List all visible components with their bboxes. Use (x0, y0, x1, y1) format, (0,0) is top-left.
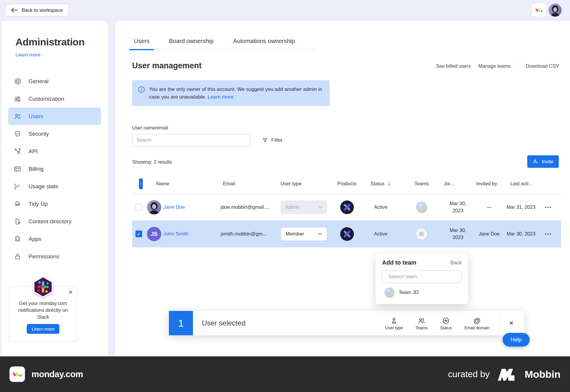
search-field-label: User name/email (132, 125, 168, 131)
sidebar-item-general[interactable]: General (8, 72, 101, 90)
puzzle-icon (14, 235, 21, 243)
admin-sidebar: Administration Learn more General Custom… (1, 21, 108, 356)
info-icon (138, 86, 145, 101)
monday-logo-chip[interactable] (532, 4, 546, 17)
filter-label: Filter (271, 137, 283, 143)
user-name-link[interactable]: John Smith (163, 231, 221, 237)
status-value: Active (362, 231, 399, 237)
sidebar-item-label: Usage stats (28, 183, 58, 190)
user-type-value: Member (286, 231, 304, 237)
action-status[interactable]: Status (440, 316, 452, 330)
curator-name: Mobbin (525, 369, 560, 380)
selected-label: User selected (202, 319, 246, 327)
user-type-select[interactable]: Admin (281, 200, 327, 214)
popup-back-button[interactable]: Back (450, 260, 462, 266)
invited-by-value: Jane Doe (472, 231, 506, 237)
top-bar: Back to workspace (0, 0, 570, 21)
sidebar-item-usage-stats[interactable]: Usage stats (8, 178, 101, 195)
team-avatar[interactable] (416, 202, 427, 213)
column-header-last-active[interactable]: Last acti… (506, 180, 536, 187)
action-label: Teams (415, 325, 428, 330)
row-menu-button[interactable]: ••• (536, 231, 561, 236)
back-arrow-icon (11, 8, 18, 12)
row-menu-button[interactable]: ••• (536, 205, 561, 210)
column-header-products[interactable]: Products (332, 181, 362, 186)
user-type-value: Admin (285, 204, 300, 210)
links-divider (518, 63, 518, 69)
column-header-joined[interactable]: Joi… (444, 181, 472, 186)
main-panel: Users Board ownership Automations owners… (115, 21, 570, 356)
sidebar-item-apps[interactable]: Apps (8, 230, 101, 248)
at-sign-icon: @ (473, 316, 480, 325)
add-to-team-icon[interactable] (416, 228, 427, 240)
action-teams[interactable]: Teams (415, 316, 428, 330)
close-selection-button[interactable]: ✕ (499, 320, 524, 327)
product-icon[interactable] (340, 200, 354, 214)
see-billed-users-link[interactable]: See billed users (436, 63, 471, 69)
popup-title: Add to team (382, 259, 417, 266)
help-button[interactable]: Help (503, 333, 530, 347)
curated-by-label: curated by (448, 369, 490, 379)
status-header-label: Status (370, 181, 384, 186)
footer-attribution: curated by Mobbin (448, 368, 560, 381)
user-name-link[interactable]: Jane Doe (163, 204, 221, 210)
sidebar-item-content-directory[interactable]: Content directory (8, 213, 101, 230)
status-value: Active (362, 204, 399, 210)
row-checkbox[interactable]: ✓ (135, 230, 142, 237)
select-all-checkbox[interactable]: ✓ (139, 178, 143, 189)
manage-teams-link[interactable]: Manage teams (478, 63, 511, 69)
tab-users[interactable]: Users (132, 38, 151, 50)
action-email-domain[interactable]: @ Email domain (464, 316, 490, 330)
column-header-name[interactable]: Name (146, 181, 221, 186)
sidebar-item-api[interactable]: API (8, 143, 101, 160)
sidebar-item-customization[interactable]: Customization (8, 90, 101, 108)
sidebar-item-permissions[interactable]: Permissions (8, 248, 101, 265)
sidebar-item-security[interactable]: Security (8, 125, 101, 143)
column-header-email[interactable]: Email (221, 181, 281, 186)
back-to-workspace-button[interactable]: Back to workspace (5, 4, 69, 16)
column-header-status[interactable]: Status (362, 181, 399, 186)
column-header-teams[interactable]: Teams (399, 181, 444, 186)
slack-learn-more-button[interactable]: Learn more (27, 324, 60, 334)
credit-card-icon (14, 165, 21, 173)
tab-bar: Users Board ownership Automations owners… (132, 38, 316, 50)
invite-button[interactable]: Invite (527, 155, 559, 168)
sidebar-item-tidy-up[interactable]: Tidy Up (8, 195, 101, 213)
filter-button[interactable]: Filter (262, 134, 283, 146)
avatar-photo-icon (147, 200, 161, 214)
sidebar-menu: General Customization Users Security (8, 72, 101, 265)
sidebar-item-label: Users (28, 113, 43, 120)
api-network-icon (14, 148, 21, 155)
tab-automations-ownership[interactable]: Automations ownership (231, 38, 297, 50)
tab-board-ownership[interactable]: Board ownership (167, 38, 215, 50)
users-table: ✓ Name Email User type Products Status T… (132, 174, 561, 247)
sidebar-item-label: Customization (28, 96, 64, 102)
column-header-user-type[interactable]: User type (281, 181, 332, 186)
sidebar-learn-more-link[interactable]: Learn more (15, 52, 40, 58)
sidebar-item-label: Tidy Up (28, 201, 48, 207)
slack-promo-card: ✕ Get your monday.com notifications dire… (9, 287, 77, 342)
row-checkbox[interactable] (135, 204, 142, 211)
user-type-select[interactable]: Member (281, 227, 327, 241)
sidebar-title: Administration (1, 21, 108, 48)
monday-logo-icon (12, 369, 22, 379)
sidebar-item-billing[interactable]: Billing (8, 160, 101, 178)
sidebar-item-users[interactable]: Users (8, 108, 101, 125)
close-icon[interactable]: ✕ (67, 289, 74, 296)
user-search-input[interactable] (132, 137, 250, 143)
joined-date: Mar 30, 2023 (444, 227, 472, 241)
action-user-type[interactable]: User type (385, 316, 403, 330)
status-pulse-icon (442, 316, 450, 325)
banner-learn-more-link[interactable]: Learn more (208, 94, 234, 100)
page-title: User management (132, 61, 202, 70)
invite-label: Invite (542, 159, 553, 165)
banner-message: You are the only owner of this account. … (149, 86, 322, 100)
download-csv-link[interactable]: Download CSV (526, 63, 559, 69)
column-header-invited-by[interactable]: Invited by (472, 180, 506, 187)
team-search-input[interactable] (384, 274, 458, 280)
team-list-item[interactable]: Team JD (382, 287, 462, 298)
account-avatar[interactable] (549, 4, 562, 17)
user-email: jsmith.mobbin@gm... (221, 231, 281, 237)
product-icon[interactable] (340, 227, 354, 241)
top-bar-right (532, 4, 562, 17)
